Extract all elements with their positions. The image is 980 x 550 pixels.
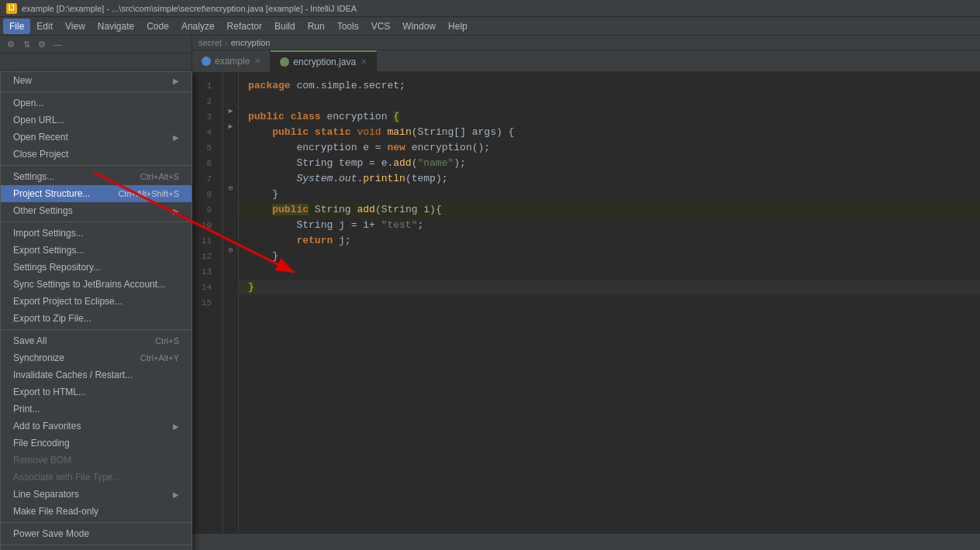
menu-invalidate-caches[interactable]: Invalidate Caches / Restart... — [1, 366, 192, 383]
menu-window[interactable]: Window — [396, 19, 442, 34]
code-line-9: public String add(String i){ — [239, 202, 980, 218]
new-arrow-icon: ▶ — [173, 77, 179, 85]
menu-refactor[interactable]: Refactor — [221, 19, 268, 34]
menu-open[interactable]: Open... — [1, 95, 192, 112]
tab-icon-java — [280, 57, 289, 67]
ln-11: 11 — [192, 233, 216, 249]
toolbar-settings-btn[interactable]: ⚙ — [5, 38, 17, 50]
menu-close-project[interactable]: Close Project — [1, 146, 192, 163]
menu-new[interactable]: New ▶ — [1, 72, 192, 89]
ln-6: 6 — [192, 156, 216, 171]
gutter-1 — [223, 72, 238, 88]
gutter-15 — [223, 289, 238, 304]
menu-vcs[interactable]: VCS — [365, 19, 397, 34]
code-line-7: System.out.println(temp); — [239, 171, 980, 187]
gutter-5 — [223, 134, 238, 150]
menu-settings-repo[interactable]: Settings Repository... — [1, 259, 192, 276]
menu-navigate[interactable]: Navigate — [91, 19, 140, 34]
app-icon: IJ — [6, 3, 17, 14]
ln-4: 4 — [192, 125, 216, 140]
ln-5: 5 — [192, 140, 216, 156]
menu-import-settings[interactable]: Import Settings... — [1, 225, 192, 242]
editor-area: secret › encryption example ✕ encryption… — [192, 36, 980, 533]
menu-synchronize[interactable]: Synchronize Ctrl+Alt+Y — [1, 349, 192, 366]
tab-java-close[interactable]: ✕ — [361, 57, 367, 66]
tab-encryption-java[interactable]: encryption.java ✕ — [271, 50, 377, 72]
menu-open-url[interactable]: Open URL... — [1, 112, 192, 129]
gutter-2 — [223, 88, 238, 103]
menu-analyze[interactable]: Analyze — [175, 19, 221, 34]
separator-3 — [1, 222, 192, 222]
menu-add-favorites[interactable]: Add to Favorites ▶ — [1, 418, 192, 435]
tab-example-close[interactable]: ✕ — [254, 57, 261, 65]
toolbar-filter-btn[interactable]: ⇅ — [20, 38, 33, 50]
gutter-9 — [223, 196, 238, 211]
file-menu-dropdown: New ▶ Open... Open URL... Open Recent ▶ … — [0, 71, 192, 550]
menu-code[interactable]: Code — [140, 19, 175, 34]
toolbar-minimize-btn[interactable]: — — [51, 38, 64, 50]
menu-open-recent[interactable]: Open Recent ▶ — [1, 129, 192, 146]
code-content: 1 2 3 4 5 6 7 8 9 10 11 12 13 14 15 ▶ ▶ — [192, 72, 980, 533]
tab-icon-m — [202, 57, 211, 66]
menu-build[interactable]: Build — [268, 19, 302, 34]
ln-2: 2 — [192, 94, 216, 109]
gutter-4[interactable]: ▶ — [223, 119, 238, 134]
separator-5 — [1, 522, 192, 523]
toolbar-gear-btn[interactable]: ⚙ — [36, 38, 48, 50]
menu-file-encoding[interactable]: File Encoding — [1, 435, 192, 452]
ln-1: 1 — [192, 78, 216, 94]
menu-sync-settings[interactable]: Sync Settings to JetBrains Account... — [1, 276, 192, 293]
title-bar: IJ example [D:\example] - ...\src\com\si… — [0, 0, 980, 17]
menu-view[interactable]: View — [59, 19, 91, 34]
menu-settings[interactable]: Settings... Ctrl+Alt+S — [1, 168, 192, 185]
gutter-13 — [223, 258, 238, 273]
title-text: example [D:\example] - ...\src\com\simpl… — [22, 4, 357, 13]
ln-8: 8 — [192, 187, 216, 202]
gutter-8: ⊖ — [223, 180, 238, 196]
menu-line-separators[interactable]: Line Separators ▶ — [1, 486, 192, 503]
ln-3: 3 — [192, 109, 216, 125]
menu-project-structure[interactable]: Project Structure... Ctrl+Alt+Shift+S — [1, 185, 192, 202]
menu-export-html[interactable]: Export to HTML... — [1, 383, 192, 400]
breadcrumb-secret[interactable]: secret — [198, 38, 222, 47]
line-numbers: 1 2 3 4 5 6 7 8 9 10 11 12 13 14 15 — [192, 72, 223, 533]
ln-9: 9 — [192, 202, 216, 218]
menu-power-save[interactable]: Power Save Mode — [1, 525, 192, 542]
code-line-2 — [239, 94, 980, 109]
menu-remove-bom: Remove BOM — [1, 452, 192, 469]
tab-example[interactable]: example ✕ — [192, 50, 271, 72]
menu-run[interactable]: Run — [302, 19, 331, 34]
menu-tools[interactable]: Tools — [331, 19, 365, 34]
menu-other-settings[interactable]: Other Settings ▶ — [1, 202, 192, 219]
gutter-3[interactable]: ▶ — [223, 103, 238, 119]
ln-7: 7 — [192, 171, 216, 187]
separator-1 — [1, 91, 192, 92]
line-sep-arrow-icon: ▶ — [173, 490, 179, 499]
menu-save-all[interactable]: Save All Ctrl+S — [1, 332, 192, 349]
menu-help[interactable]: Help — [442, 19, 474, 34]
separator-4 — [1, 329, 192, 330]
gutter-6 — [223, 150, 238, 165]
code-line-15 — [239, 295, 980, 311]
breadcrumb: secret › encryption — [192, 36, 980, 50]
tab-java-label: encryption.java — [293, 57, 356, 67]
menu-bar: File Edit View Navigate Code Analyze Ref… — [0, 17, 980, 36]
code-line-12: } — [239, 249, 980, 264]
menu-make-readonly[interactable]: Make File Read-only — [1, 503, 192, 520]
menu-edit[interactable]: Edit — [30, 19, 59, 34]
separator-6 — [1, 545, 192, 545]
code-editor[interactable]: package com.simple.secret; public class … — [239, 72, 980, 533]
synchronize-shortcut: Ctrl+Alt+Y — [140, 353, 179, 363]
ln-14: 14 — [192, 280, 216, 295]
code-line-3: public class encryption { — [239, 109, 980, 125]
menu-export-eclipse[interactable]: Export Project to Eclipse... — [1, 293, 192, 310]
ln-12: 12 — [192, 249, 216, 264]
ln-10: 10 — [192, 218, 216, 233]
dropdown-menu-list: New ▶ Open... Open URL... Open Recent ▶ … — [0, 71, 192, 550]
menu-export-settings[interactable]: Export Settings... — [1, 242, 192, 259]
menu-file[interactable]: File — [3, 19, 30, 34]
code-line-6: String temp = e.add("name"); — [239, 156, 980, 171]
menu-print[interactable]: Print... — [1, 400, 192, 418]
menu-export-zip[interactable]: Export to Zip File... — [1, 310, 192, 327]
breadcrumb-encryption[interactable]: encryption — [231, 38, 271, 47]
